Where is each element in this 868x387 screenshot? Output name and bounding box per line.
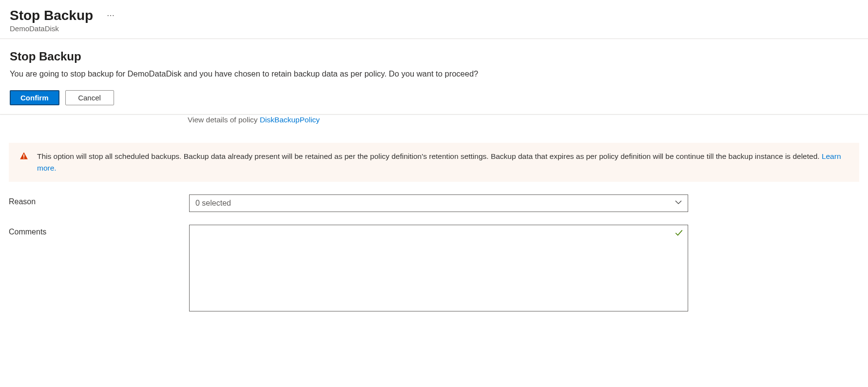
- warning-text: This option will stop all scheduled back…: [37, 152, 822, 160]
- form-area: View details of policy DiskBackupPolicy …: [0, 115, 868, 313]
- svg-rect-1: [23, 157, 24, 158]
- blade-subtitle: DemoDataDisk: [10, 24, 858, 33]
- blade-title: Stop Backup: [10, 8, 93, 23]
- reason-select[interactable]: 0 selected: [189, 194, 688, 212]
- confirm-dialog: Stop Backup You are going to stop backup…: [0, 39, 868, 115]
- ellipsis-icon: ⋯: [107, 11, 116, 19]
- reason-selected-text: 0 selected: [195, 199, 231, 208]
- policy-details-row: View details of policy DiskBackupPolicy: [0, 115, 868, 128]
- comments-label: Comments: [9, 225, 189, 236]
- confirm-title: Stop Backup: [10, 50, 858, 63]
- warning-icon: [19, 152, 28, 160]
- confirm-description: You are going to stop backup for DemoDat…: [10, 69, 858, 78]
- cancel-button[interactable]: Cancel: [65, 90, 114, 105]
- comments-textarea[interactable]: [189, 225, 688, 311]
- chevron-down-icon: [675, 198, 682, 208]
- svg-rect-0: [23, 155, 24, 157]
- confirm-button[interactable]: Confirm: [10, 90, 59, 105]
- blade-header: Stop Backup ⋯ DemoDataDisk: [0, 0, 868, 39]
- warning-banner: This option will stop all scheduled back…: [9, 143, 859, 182]
- more-actions-button[interactable]: ⋯: [103, 10, 119, 21]
- policy-prefix-text: View details of policy: [188, 116, 260, 124]
- reason-label: Reason: [9, 194, 189, 206]
- policy-link[interactable]: DiskBackupPolicy: [260, 116, 320, 124]
